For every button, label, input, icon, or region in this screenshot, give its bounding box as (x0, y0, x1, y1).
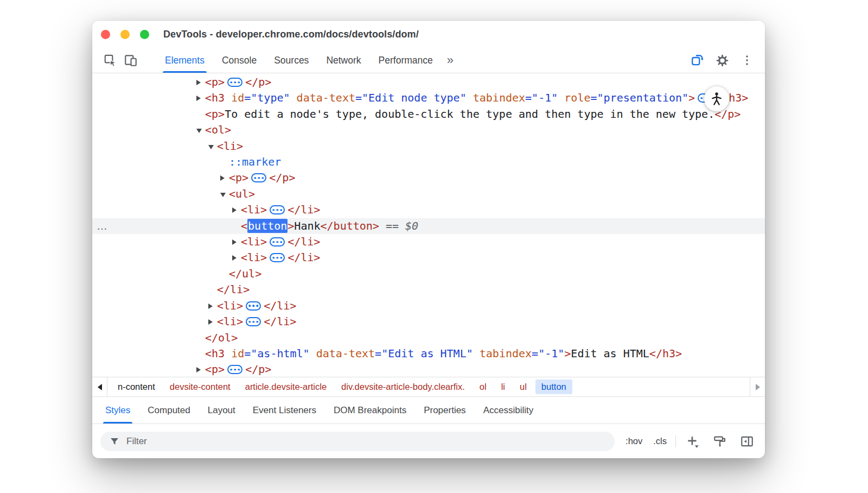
dock-sidebar-icon (740, 434, 754, 448)
crumb-scroll-left-button[interactable] (92, 377, 107, 396)
expand-arrow-icon[interactable] (196, 80, 201, 85)
expand-arrow-icon[interactable] (196, 367, 201, 372)
more-options-button[interactable] (737, 54, 757, 67)
collapsed-content-icon[interactable] (227, 78, 242, 87)
collapse-arrow-icon[interactable] (196, 129, 202, 133)
expand-arrow-icon[interactable] (220, 175, 225, 181)
expand-arrow-icon[interactable] (232, 207, 237, 213)
collapsed-content-icon[interactable] (246, 317, 261, 326)
toggle-element-state-button[interactable]: :hov (623, 435, 644, 447)
inspect-element-button[interactable] (100, 48, 120, 73)
dom-node[interactable]: <li></li> (92, 298, 765, 314)
styles-tab-accessibility[interactable]: Accessibility (475, 397, 542, 424)
code-token-sel: button (247, 219, 288, 233)
styles-tab-dom-breakpoints[interactable]: DOM Breakpoints (325, 397, 415, 424)
filter-icon (109, 436, 120, 447)
filter-input[interactable] (100, 432, 615, 451)
dom-tree: <p></p><h3 id="type" data-text="Edit nod… (92, 73, 765, 377)
tab-elements[interactable]: Elements (156, 48, 213, 73)
dom-node[interactable]: <h3 id="type" data-text="Edit node type"… (92, 90, 765, 106)
collapsed-content-icon[interactable] (270, 205, 285, 214)
device-toolbar-button[interactable] (120, 48, 141, 73)
styles-tab-computed[interactable]: Computed (139, 397, 199, 424)
node-options-icon[interactable]: … (97, 218, 107, 234)
style-filter-field[interactable] (126, 436, 606, 447)
breadcrumb-div-devsite-article-body-clearfix[interactable]: div.devsite-article-body.clearfix. (335, 380, 471, 394)
rendering-emulations-button[interactable] (710, 434, 730, 448)
breadcrumb-ol[interactable]: ol (474, 380, 493, 394)
devtools-window: DevTools - developer.chrome.com/docs/dev… (92, 21, 765, 458)
titlebar: DevTools - developer.chrome.com/docs/dev… (92, 21, 765, 48)
dom-node[interactable]: <ul> (92, 186, 765, 202)
code-token-tag: <p> (205, 108, 225, 121)
dom-node[interactable]: </ol> (92, 330, 765, 346)
breadcrumb-li[interactable]: li (495, 380, 511, 394)
breadcrumb-article-devsite-article[interactable]: article.devsite-article (239, 380, 333, 394)
styles-tab-properties[interactable]: Properties (415, 397, 474, 424)
code-token-tag: <li> (217, 315, 243, 328)
dom-node[interactable]: <p></p> (92, 170, 765, 186)
collapsed-content-icon[interactable] (227, 365, 242, 374)
tab-sources[interactable]: Sources (265, 48, 317, 73)
expand-arrow-icon[interactable] (232, 239, 237, 245)
code-token-value: ="Edit node type" (355, 91, 467, 104)
breadcrumb-ul[interactable]: ul (514, 380, 533, 394)
collapsed-content-icon[interactable] (251, 173, 266, 182)
code-token-value: ="Edit as HTML" (375, 347, 473, 360)
breadcrumb-button[interactable]: button (535, 380, 572, 394)
dom-node[interactable]: <p></p> (92, 74, 765, 90)
close-button[interactable] (101, 30, 110, 39)
dom-node[interactable]: ::marker (92, 154, 765, 170)
tab-performance[interactable]: Performance (370, 48, 442, 73)
code-token-tag: <h3 (205, 91, 225, 104)
expand-arrow-icon[interactable] (232, 255, 237, 261)
dom-node[interactable]: <li></li> (92, 314, 765, 330)
dom-node[interactable]: <ol> (92, 122, 765, 138)
dom-node[interactable]: <li> (92, 138, 765, 154)
dom-node[interactable]: <h3 id="as-html" data-text="Edit as HTML… (92, 346, 765, 362)
collapsed-content-icon[interactable] (270, 253, 285, 262)
dom-node[interactable]: </ul> (92, 266, 765, 282)
new-style-rule-button[interactable] (682, 434, 703, 448)
expand-arrow-icon[interactable] (196, 96, 201, 101)
toggle-sidebar-button[interactable] (737, 434, 757, 448)
more-tabs-button[interactable]: » (442, 48, 459, 73)
toolbar-right-controls (687, 48, 760, 73)
dom-node[interactable]: </li> (92, 282, 765, 298)
sync-icon (690, 53, 704, 67)
collapse-arrow-icon[interactable] (208, 145, 214, 149)
dom-node[interactable]: <p></p> (92, 362, 765, 377)
expand-arrow-icon[interactable] (208, 319, 213, 325)
zoom-button[interactable] (140, 30, 149, 39)
collapse-arrow-icon[interactable] (220, 193, 226, 197)
code-token-value: ="as-html" (244, 347, 309, 360)
code-token-tag: <ul> (229, 187, 255, 200)
breadcrumb-devsite-content[interactable]: devsite-content (164, 380, 237, 394)
dom-node[interactable]: <li></li> (92, 250, 765, 266)
crumb-scroll-right-button[interactable] (750, 377, 765, 396)
sync-button[interactable] (687, 53, 707, 67)
code-token-tag: </li> (288, 235, 320, 248)
styles-tab-styles[interactable]: Styles (97, 397, 139, 424)
dom-node[interactable]: <li></li> (92, 234, 765, 250)
breadcrumb-n-content[interactable]: n-content (112, 380, 161, 394)
code-token-tag: </li> (217, 283, 250, 296)
code-token-attr: role (558, 91, 590, 104)
settings-button[interactable] (712, 54, 732, 67)
code-token-meta: == (379, 219, 405, 232)
code-token-tag: </li> (264, 299, 296, 312)
dom-node-selected[interactable]: …<button>Hank</button> == $0 (92, 218, 765, 234)
collapsed-content-icon[interactable] (270, 237, 285, 246)
styles-tab-event-listeners[interactable]: Event Listeners (244, 397, 325, 424)
code-token-tag: <p> (205, 363, 225, 376)
tab-console[interactable]: Console (213, 48, 265, 73)
minimize-button[interactable] (120, 30, 130, 39)
code-token-tag: <li> (241, 251, 267, 264)
collapsed-content-icon[interactable] (246, 301, 261, 311)
dom-node[interactable]: <li></li> (92, 202, 765, 218)
expand-arrow-icon[interactable] (208, 304, 213, 309)
toggle-class-button[interactable]: .cls (651, 435, 669, 447)
tab-network[interactable]: Network (317, 48, 369, 73)
dom-node[interactable]: <p>To edit a node's type, double-click t… (92, 106, 765, 122)
styles-tab-layout[interactable]: Layout (199, 397, 244, 424)
